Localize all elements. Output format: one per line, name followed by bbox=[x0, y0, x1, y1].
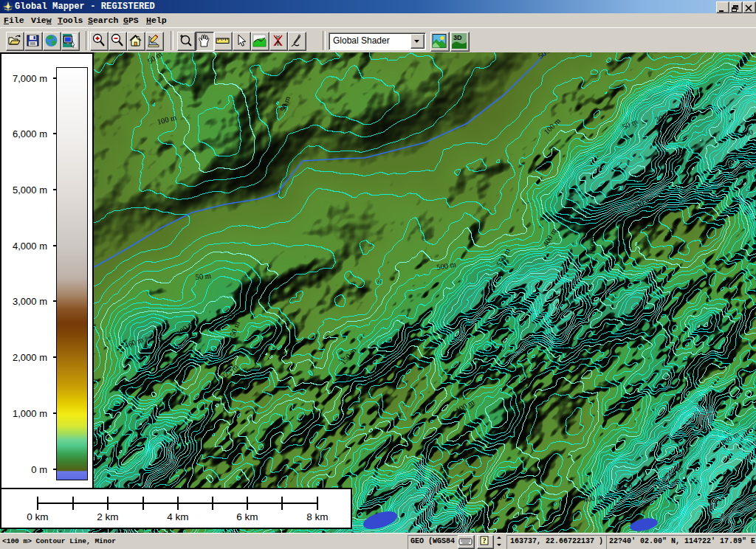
svg-text:3D: 3D bbox=[453, 34, 462, 41]
svg-text:?: ? bbox=[483, 536, 487, 545]
